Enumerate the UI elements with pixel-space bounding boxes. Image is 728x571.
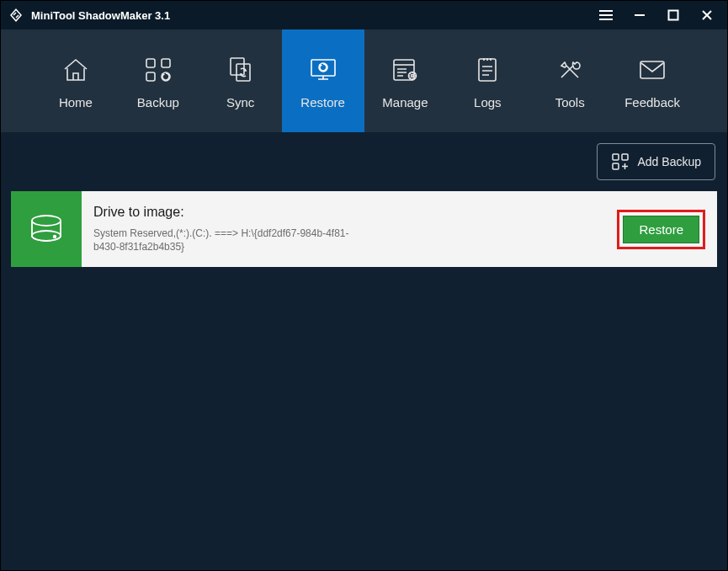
svg-rect-2: [162, 59, 170, 67]
add-backup-button[interactable]: Add Backup: [597, 143, 716, 180]
titlebar: MiniTool ShadowMaker 3.1: [1, 1, 727, 29]
nav-label: Backup: [137, 95, 179, 109]
card-left: [11, 191, 82, 267]
svg-rect-15: [622, 154, 628, 160]
feedback-icon: [638, 53, 667, 87]
svg-rect-13: [640, 61, 664, 78]
svg-point-19: [54, 236, 56, 238]
svg-rect-12: [479, 59, 496, 81]
card-title: Drive to image:: [93, 205, 617, 220]
nav-tools[interactable]: Tools: [529, 29, 611, 132]
restore-highlight: Restore: [617, 210, 705, 249]
app-logo-icon: [8, 7, 24, 24]
menu-button[interactable]: [589, 1, 623, 29]
svg-rect-6: [236, 64, 250, 81]
home-icon: [61, 53, 90, 87]
toolbar: Add Backup: [11, 132, 717, 191]
svg-rect-3: [146, 72, 155, 81]
tools-icon: [556, 53, 583, 87]
svg-rect-7: [311, 60, 335, 76]
card-detail: System Reserved,(*:).(C:). ===> H:\{ddf2…: [93, 227, 371, 253]
svg-rect-5: [231, 58, 244, 75]
nav-restore[interactable]: Restore: [282, 29, 364, 132]
nav-sync[interactable]: Sync: [199, 29, 282, 132]
nav-manage[interactable]: Manage: [364, 29, 447, 132]
nav-label: Manage: [382, 95, 428, 109]
card-text: Drive to image: System Reserved,(*:).(C:…: [93, 205, 617, 253]
nav-label: Logs: [474, 95, 502, 109]
nav-label: Sync: [226, 95, 254, 109]
svg-rect-16: [613, 163, 619, 169]
nav-home[interactable]: Home: [35, 29, 117, 132]
svg-rect-14: [613, 154, 619, 160]
app-title: MiniTool ShadowMaker 3.1: [31, 9, 170, 22]
close-button[interactable]: [690, 1, 724, 29]
logs-icon: [476, 53, 498, 87]
manage-icon: [391, 53, 418, 87]
sync-icon: [228, 53, 253, 87]
main-nav: Home Backup: [1, 29, 727, 132]
grid-plus-icon: [611, 152, 630, 171]
nav-logs[interactable]: Logs: [446, 29, 529, 132]
content-area: Add Backup Drive to image: System Reserv: [1, 132, 727, 570]
restore-button[interactable]: Restore: [623, 216, 699, 243]
svg-point-17: [32, 216, 61, 226]
backup-card: Drive to image: System Reserved,(*:).(C:…: [11, 191, 717, 267]
backup-icon: [145, 53, 172, 87]
add-backup-label: Add Backup: [638, 155, 702, 168]
nav-label: Tools: [555, 95, 585, 109]
minimize-button[interactable]: [623, 1, 656, 29]
restore-icon: [308, 53, 338, 87]
card-body: Drive to image: System Reserved,(*:).(C:…: [82, 191, 717, 267]
nav-backup[interactable]: Backup: [117, 29, 199, 132]
nav-label: Restore: [300, 95, 345, 109]
svg-rect-0: [669, 11, 678, 20]
app-window: MiniTool ShadowMaker 3.1 Home: [0, 0, 728, 571]
maximize-button[interactable]: [656, 1, 690, 29]
svg-point-11: [412, 74, 414, 77]
nav-feedback[interactable]: Feedback: [611, 29, 693, 132]
nav-label: Feedback: [624, 95, 680, 109]
nav-label: Home: [59, 95, 93, 109]
drive-icon: [26, 212, 66, 246]
svg-rect-1: [146, 59, 155, 67]
